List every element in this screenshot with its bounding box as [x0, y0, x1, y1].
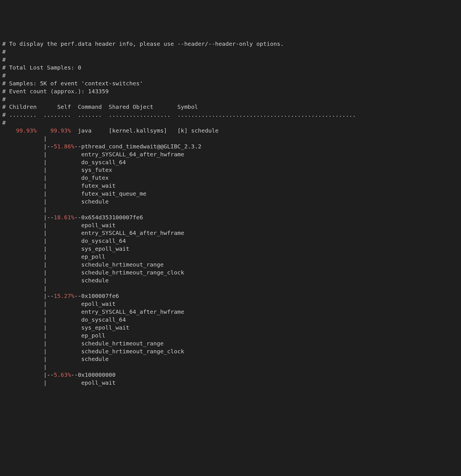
perf-header-line-7: # — [2, 96, 6, 103]
tree-branch-prefix: |-- — [2, 371, 54, 378]
perf-report-terminal-output: # To display the perf.data header info, … — [0, 39, 461, 387]
tree-stack-indent: | — [2, 269, 81, 276]
root-symbol-line: java [kernel.kallsyms] [k] schedule — [71, 127, 219, 134]
tree-stack-indent: | — [2, 300, 81, 307]
perf-header-line-2: # — [2, 56, 6, 63]
branch-2-stack-0: epoll_wait — [81, 300, 116, 307]
tree-stack-indent: | — [2, 379, 81, 386]
branch-2-stack-3: sys_epoll_wait — [81, 324, 129, 331]
branch-2-stack-2: do_syscall_64 — [81, 316, 126, 323]
branch-head-0: pthread_cond_timedwait@@GLIBC_2.3.2 — [81, 143, 201, 150]
branch-head-1: 0x654d353100007fe6 — [81, 214, 143, 221]
branch-pct-0: 51.86% — [54, 143, 74, 150]
tree-stack-indent: | — [2, 182, 81, 189]
tree-stack-indent: | — [2, 159, 81, 166]
root-self-pct: 99.93% — [50, 127, 71, 134]
tree-stack-indent: | — [2, 151, 81, 158]
tree-stack-indent: | — [2, 348, 81, 355]
branch-0-stack-3: do_futex — [81, 174, 109, 181]
branch-1-stack-3: sys_epoll_wait — [81, 245, 129, 252]
branch-0-stack-0: entry_SYSCALL_64_after_hwframe — [81, 151, 184, 158]
tree-stack-indent: | — [2, 308, 81, 315]
tree-pipe: | — [2, 285, 47, 292]
branch-0-stack-1: do_syscall_64 — [81, 159, 126, 166]
branch-1-stack-1: entry_SYSCALL_64_after_hwframe — [81, 230, 184, 236]
tree-stack-indent: | — [2, 261, 81, 268]
branch-0-stack-6: schedule — [81, 198, 109, 205]
tree-stack-indent: | — [2, 174, 81, 181]
tree-branch-suffix: -- — [74, 143, 81, 150]
perf-header-line-3: # Total Lost Samples: 0 — [2, 64, 81, 71]
tree-stack-indent: | — [2, 277, 81, 284]
branch-1-stack-4: ep_poll — [81, 253, 105, 260]
tree-stack-indent: | — [2, 245, 81, 252]
tree-stack-indent: | — [2, 316, 81, 323]
tree-stack-indent: | — [2, 190, 81, 197]
tree-branch-suffix: -- — [71, 371, 78, 378]
tree-stack-indent: | — [2, 237, 81, 244]
perf-header-line-1: # — [2, 48, 6, 55]
perf-columns-header: # Children Self Command Shared Object Sy… — [2, 103, 198, 110]
tree-pipe: | — [2, 135, 47, 142]
branch-2-stack-4: ep_poll — [81, 332, 105, 339]
tree-stack-indent: | — [2, 230, 81, 236]
tree-branch-prefix: |-- — [2, 143, 54, 150]
branch-1-stack-2: do_syscall_64 — [81, 237, 126, 244]
branch-pct-3: 5.63% — [54, 371, 71, 378]
tree-stack-indent: | — [2, 324, 81, 331]
perf-columns-divider: # ........ ........ ....... ............… — [2, 111, 356, 118]
branch-2-stack-7: schedule — [81, 356, 109, 362]
branch-pct-1: 18.61% — [54, 214, 74, 221]
branch-1-stack-7: schedule — [81, 277, 109, 284]
branch-head-3: 0x100000000 — [78, 371, 116, 378]
tree-stack-indent: | — [2, 332, 81, 339]
tree-branch-prefix: |-- — [2, 293, 54, 299]
branch-2-stack-5: schedule_hrtimeout_range — [81, 340, 164, 347]
branch-0-stack-2: sys_futex — [81, 166, 112, 173]
tree-branch-suffix: -- — [74, 293, 81, 299]
branch-0-stack-5: futex_wait_queue_me — [81, 190, 147, 197]
perf-header-line-10: # — [2, 119, 6, 126]
perf-header-line-0: # To display the perf.data header info, … — [2, 40, 284, 47]
tree-stack-indent: | — [2, 198, 81, 205]
perf-header-line-6: # Event count (approx.): 143359 — [2, 88, 109, 95]
perf-header-line-5: # Samples: 5K of event 'context-switches… — [2, 80, 143, 87]
tree-stack-indent: | — [2, 340, 81, 347]
tree-stack-indent: | — [2, 166, 81, 173]
perf-header-line-4: # — [2, 72, 6, 79]
tree-stack-indent: | — [2, 253, 81, 260]
branch-3-stack-0: epoll_wait — [81, 379, 116, 386]
branch-1-stack-5: schedule_hrtimeout_range — [81, 261, 164, 268]
branch-0-stack-4: futex_wait — [81, 182, 116, 189]
tree-stack-indent: | — [2, 356, 81, 362]
tree-branch-prefix: |-- — [2, 214, 54, 221]
branch-1-stack-0: epoll_wait — [81, 222, 116, 229]
tree-pipe: | — [2, 206, 47, 213]
branch-head-2: 0x100007fe6 — [81, 293, 119, 299]
branch-2-stack-6: schedule_hrtimeout_range_clock — [81, 348, 184, 355]
branch-pct-2: 15.27% — [54, 293, 74, 299]
branch-1-stack-6: schedule_hrtimeout_range_clock — [81, 269, 184, 276]
tree-stack-indent: | — [2, 222, 81, 229]
tree-branch-suffix: -- — [74, 214, 81, 221]
tree-pipe: | — [2, 364, 47, 370]
root-children-pct: 99.93% — [16, 127, 37, 134]
branch-2-stack-1: entry_SYSCALL_64_after_hwframe — [81, 308, 184, 315]
